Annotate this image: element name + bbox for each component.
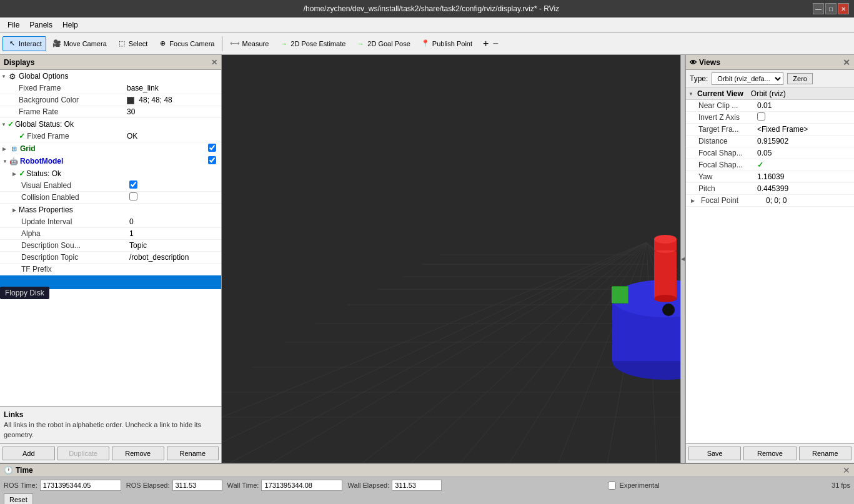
robot-status-arrow[interactable]: ▶ <box>12 171 19 177</box>
alpha-row[interactable]: Alpha 1 <box>0 228 221 240</box>
measure-label: Measure <box>242 40 269 47</box>
svg-point-39 <box>662 304 675 316</box>
target-frame-row[interactable]: Target Fra... <Fixed Frame> <box>686 124 854 136</box>
3d-viewport[interactable] <box>222 55 680 463</box>
help-menu[interactable]: Help <box>57 19 83 31</box>
grid-icon: ⊞ <box>9 144 19 154</box>
fixed-frame-row[interactable]: Fixed Frame base_link <box>0 82 221 94</box>
remove-tool-button[interactable]: − <box>492 38 498 49</box>
focal-shape2-row[interactable]: Focal Shap... ✓ <box>686 159 854 171</box>
global-status-row[interactable]: ▼ ✓ Global Status: Ok <box>0 118 221 131</box>
visual-enabled-checkbox[interactable] <box>129 180 137 189</box>
file-menu[interactable]: File <box>2 19 24 31</box>
update-interval-row[interactable]: Update Interval 0 <box>0 216 221 228</box>
views-remove-button[interactable]: Remove <box>743 447 796 460</box>
displays-close-button[interactable]: ✕ <box>211 58 217 67</box>
focal-point-arrow[interactable]: ▶ <box>691 198 697 204</box>
interact-button[interactable]: ↖ Interact <box>2 36 46 51</box>
pitch-label: Pitch <box>688 184 757 193</box>
displays-panel-title: Displays <box>4 58 34 67</box>
visual-enabled-row[interactable]: Visual Enabled <box>0 180 221 192</box>
robot-model-row[interactable]: ▼ 🤖 RobotModel <box>0 155 221 167</box>
description-topic-row[interactable]: Description Topic /robot_description <box>0 252 221 264</box>
close-button[interactable]: ✕ <box>838 3 849 14</box>
mass-properties-row[interactable]: ▶ Mass Properties <box>0 204 221 216</box>
select-button[interactable]: ⬚ Select <box>112 36 152 51</box>
global-options-label: Global Options <box>19 72 220 81</box>
grid-checkbox-container[interactable] <box>208 144 216 154</box>
distance-row[interactable]: Distance 0.915902 <box>686 136 854 147</box>
remove-display-button[interactable]: Remove <box>112 447 164 460</box>
focal-point-row[interactable]: ▶ Focal Point 0; 0; 0 <box>686 195 854 207</box>
grid-arrow[interactable]: ▶ <box>2 146 9 152</box>
focus-icon: ⊕ <box>157 39 167 49</box>
global-status-arrow[interactable]: ▼ <box>1 122 7 127</box>
collision-enabled-checkbox[interactable] <box>129 192 137 200</box>
yaw-row[interactable]: Yaw 1.16039 <box>686 171 854 183</box>
panels-menu[interactable]: Panels <box>24 19 57 31</box>
maximize-button[interactable]: □ <box>825 3 837 14</box>
duplicate-display-button[interactable]: Duplicate <box>57 447 110 460</box>
robot-model-arrow[interactable]: ▼ <box>2 159 9 164</box>
wall-time-input[interactable] <box>261 480 342 491</box>
time-panel-close[interactable]: ✕ <box>843 465 850 475</box>
goal-pose-button[interactable]: → 2D Goal Pose <box>351 36 414 51</box>
views-rename-button[interactable]: Rename <box>799 447 852 460</box>
publish-point-button[interactable]: 📍 Publish Point <box>416 36 477 51</box>
views-type-select[interactable]: Orbit (rviz_defa... <box>712 72 783 85</box>
fixed-frame-status-row[interactable]: ✓ Fixed Frame OK <box>0 131 221 142</box>
minimize-button[interactable]: — <box>813 3 824 14</box>
global-status-check-icon: ✓ <box>7 120 14 129</box>
right-collapse-handle[interactable]: ◀ <box>680 55 685 463</box>
focal-shape2-label: Focal Shap... <box>688 161 757 169</box>
ros-time-input[interactable] <box>40 480 121 491</box>
invert-z-row[interactable]: Invert Z Axis <box>686 112 854 124</box>
wall-elapsed-input[interactable] <box>392 480 442 491</box>
invert-z-label: Invert Z Axis <box>688 113 757 122</box>
experimental-checkbox[interactable] <box>608 482 616 490</box>
focal-shape1-row[interactable]: Focal Shap... 0.05 <box>686 147 854 159</box>
update-interval-value: 0 <box>129 217 219 226</box>
robot-status-row[interactable]: ▶ ✓ Status: Ok <box>0 167 221 180</box>
views-save-button[interactable]: Save <box>688 447 741 460</box>
near-clip-row[interactable]: Near Clip ... 0.01 <box>686 100 854 112</box>
pitch-row[interactable]: Pitch 0.445399 <box>686 183 854 195</box>
views-zero-button[interactable]: Zero <box>787 73 813 84</box>
add-display-button[interactable]: Add <box>2 447 55 460</box>
global-options-row[interactable]: ▼ ⚙ Global Options <box>0 70 221 82</box>
mass-properties-arrow[interactable]: ▶ <box>12 207 19 213</box>
move-camera-button[interactable]: 🎥 Move Camera <box>47 36 111 51</box>
grid-checkbox[interactable] <box>208 144 216 152</box>
rename-display-button[interactable]: Rename <box>167 447 219 460</box>
current-view-section[interactable]: ▼ Current View Orbit (rviz) <box>686 88 854 100</box>
tf-prefix-row[interactable]: TF Prefix <box>0 264 221 275</box>
reset-button[interactable]: Reset <box>4 493 33 504</box>
robot-model-checkbox[interactable] <box>208 156 216 164</box>
add-tool-button[interactable]: + <box>483 38 489 49</box>
grid-row[interactable]: ▶ ⊞ Grid <box>0 142 221 155</box>
svg-point-36 <box>654 235 677 244</box>
pitch-value: 0.445399 <box>757 184 852 193</box>
alpha-label: Alpha <box>20 229 129 238</box>
description-source-row[interactable]: Description Sou... Topic <box>0 240 221 252</box>
pose-estimate-button[interactable]: → 2D Pose Estimate <box>274 36 350 51</box>
views-close-button[interactable]: ✕ <box>843 57 850 67</box>
global-options-arrow[interactable]: ▼ <box>1 74 7 79</box>
publish-point-icon: 📍 <box>420 39 430 49</box>
ros-time-group: ROS Time: <box>4 480 121 491</box>
robot-model-checkbox-container[interactable] <box>208 156 216 166</box>
ros-elapsed-input[interactable] <box>172 480 222 491</box>
description-source-value: Topic <box>129 241 219 250</box>
focal-point-label: Focal Point <box>697 196 766 205</box>
focus-camera-button[interactable]: ⊕ Focus Camera <box>153 36 219 51</box>
measure-button[interactable]: ⟷ Measure <box>226 36 273 51</box>
collision-enabled-row[interactable]: Collision Enabled <box>0 192 221 204</box>
ros-elapsed-label: ROS Elapsed: <box>126 482 170 489</box>
current-view-arrow[interactable]: ▼ <box>688 91 695 97</box>
background-color-row[interactable]: Background Color 48; 48; 48 <box>0 94 221 106</box>
time-panel-title: Time <box>13 466 33 475</box>
wall-time-group: Wall Time: <box>227 480 343 491</box>
frame-rate-row[interactable]: Frame Rate 30 <box>0 106 221 118</box>
invert-z-checkbox[interactable] <box>757 112 765 121</box>
invert-z-value <box>757 112 852 122</box>
